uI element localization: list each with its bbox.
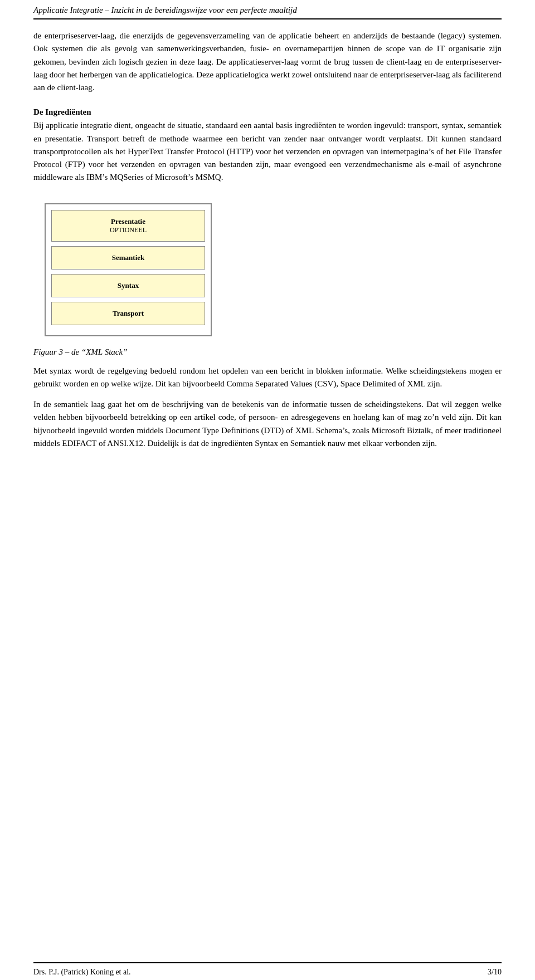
footer-right: 3/10 (488, 968, 502, 977)
section-paragraph-1: Bij applicatie integratie dient, ongeach… (33, 119, 502, 184)
section-heading: De Ingrediënten (33, 107, 502, 117)
header-title: Applicatie Integratie – Inzicht in de be… (33, 6, 297, 14)
footer-left: Drs. P.J. (Patrick) Koning et al. (33, 968, 131, 977)
diagram-box-transport-title: Transport (56, 309, 200, 318)
diagram-box-presentatie: Presentatie OPTIONEEL (51, 210, 205, 242)
page-footer: Drs. P.J. (Patrick) Koning et al. 3/10 (33, 962, 502, 980)
diagram-box-semantiek-title: Semantiek (56, 253, 200, 262)
figure-caption: Figuur 3 – de “XML Stack” (33, 347, 502, 357)
xml-stack-diagram: Presentatie OPTIONEEL Semantiek Syntax T… (45, 203, 212, 336)
diagram-box-syntax: Syntax (51, 274, 205, 297)
diagram-box-transport: Transport (51, 302, 205, 325)
intro-paragraph: de enterpriseserver-laag, die enerzijds … (33, 30, 502, 94)
diagram-box-presentatie-subtitle: OPTIONEEL (56, 226, 200, 234)
diagram-box-semantiek: Semantiek (51, 246, 205, 270)
after-figure-paragraph-2: In de semantiek laag gaat het om de besc… (33, 398, 502, 450)
after-figure-paragraph-1: Met syntax wordt de regelgeving bedoeld … (33, 365, 502, 391)
diagram-box-syntax-title: Syntax (56, 281, 200, 290)
diagram-box-presentatie-title: Presentatie (56, 217, 200, 226)
page-header: Applicatie Integratie – Inzicht in de be… (33, 0, 502, 19)
